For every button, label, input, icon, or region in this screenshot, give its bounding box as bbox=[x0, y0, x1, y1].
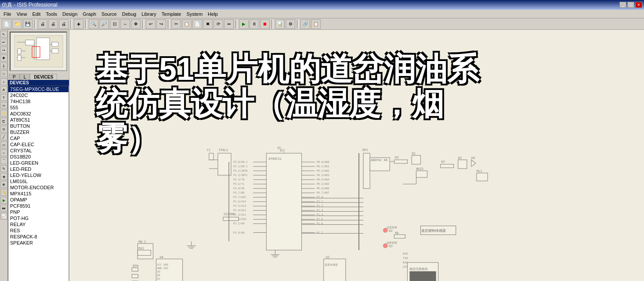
toolbar-copy[interactable]: 📋 bbox=[182, 19, 192, 29]
device-list-item[interactable]: RES bbox=[8, 227, 69, 234]
menu-debug[interactable]: Debug bbox=[119, 11, 139, 18]
device-list-item[interactable]: ADC0832 bbox=[8, 111, 69, 117]
tab-devices[interactable]: DEVICES bbox=[30, 74, 57, 80]
toolbar-zoom-in[interactable]: 🔍 bbox=[89, 19, 98, 29]
device-list-item[interactable]: LM016L bbox=[8, 178, 69, 184]
menu-design[interactable]: Design bbox=[60, 11, 80, 18]
toolbar-print[interactable]: 🖨 bbox=[38, 19, 47, 29]
device-list-item[interactable]: PCF8591 bbox=[8, 203, 69, 209]
toolbar-zoom-pan[interactable]: ✥ bbox=[131, 19, 141, 29]
device-list-item[interactable]: MPX4115 bbox=[8, 191, 69, 197]
toolbar-paste[interactable]: 📄 bbox=[192, 19, 202, 29]
device-list-item[interactable]: LED-GREEN bbox=[8, 160, 69, 166]
lt-select[interactable]: ↖ bbox=[0, 31, 7, 38]
device-list-item[interactable]: MOTOR-ENCODER bbox=[8, 184, 69, 191]
lt-draw-line[interactable]: ╱ bbox=[0, 133, 7, 140]
svg-text:ABEPAC K8: ABEPAC K8 bbox=[371, 158, 387, 162]
toolbar-save[interactable]: 💾 bbox=[23, 19, 33, 29]
device-list[interactable]: 7SEG-MPX8CC-BLUE24C02C74HC138555ADC0832A… bbox=[8, 86, 69, 281]
minimize-button[interactable]: _ bbox=[619, 2, 626, 8]
device-list-item[interactable]: BUZZER bbox=[8, 129, 69, 135]
tab-l[interactable]: L bbox=[20, 74, 30, 80]
lt-component[interactable]: □ bbox=[0, 70, 7, 77]
device-list-item[interactable]: LED-YELLOW bbox=[8, 172, 69, 178]
toolbar-print2[interactable]: 🖨 bbox=[48, 19, 58, 29]
device-list-item[interactable]: LED-RED bbox=[8, 166, 69, 172]
toolbar-redo[interactable]: ↪ bbox=[156, 19, 166, 29]
close-button[interactable]: ✕ bbox=[635, 2, 642, 8]
lt-junction[interactable]: • bbox=[0, 78, 7, 85]
toolbar-cut[interactable]: ✂ bbox=[171, 19, 181, 29]
svg-rect-131 bbox=[132, 274, 138, 278]
toolbar-mirror[interactable]: ⇔ bbox=[224, 19, 234, 29]
menu-tools[interactable]: Tools bbox=[43, 11, 60, 18]
lt-add[interactable]: ✚ bbox=[0, 54, 7, 61]
maximize-button[interactable]: □ bbox=[627, 2, 634, 8]
toolbar-zoom-fit[interactable]: ⊡ bbox=[110, 19, 119, 29]
toolbar-netlist[interactable]: 🔗 bbox=[300, 19, 310, 29]
toolbar-new[interactable]: 📄 bbox=[2, 19, 11, 29]
device-list-item[interactable]: 74HC138 bbox=[8, 98, 69, 104]
device-list-item[interactable]: RELAY bbox=[8, 221, 69, 227]
lt-bus[interactable]: ═ bbox=[0, 102, 7, 109]
canvas-area[interactable]: .wire { stroke: #333; stroke-width: 1; f… bbox=[69, 30, 644, 281]
toolbar-property[interactable]: ⚙ bbox=[286, 19, 295, 29]
thumbnail-preview[interactable] bbox=[10, 32, 67, 71]
menu-system[interactable]: System bbox=[184, 11, 205, 18]
menu-view[interactable]: View bbox=[14, 11, 30, 18]
lt-probe[interactable]: ⊙ bbox=[0, 126, 7, 133]
device-list-item[interactable]: OPAMP bbox=[8, 197, 69, 203]
menu-template[interactable]: Template bbox=[159, 11, 184, 18]
toolbar-stop[interactable]: ⏹ bbox=[260, 19, 270, 29]
lt-text[interactable]: T bbox=[0, 94, 7, 101]
menu-source[interactable]: Source bbox=[99, 11, 119, 18]
toolbar-add-component[interactable]: + bbox=[74, 19, 83, 29]
lt-marker[interactable]: ◈ bbox=[0, 173, 7, 180]
device-list-item[interactable]: PNP bbox=[8, 209, 69, 215]
menu-library[interactable]: Library bbox=[139, 11, 159, 18]
toolbar-delete[interactable]: ✖ bbox=[203, 19, 213, 29]
menu-file[interactable]: File bbox=[1, 11, 14, 18]
device-list-item[interactable]: CAP bbox=[8, 135, 69, 141]
device-list-item[interactable]: SPEAKER bbox=[8, 240, 69, 246]
device-list-item[interactable]: RESPACK-8 bbox=[8, 234, 69, 240]
lt-ruler[interactable]: 📏 bbox=[0, 189, 7, 196]
lt-draw-arc[interactable]: ⌒ bbox=[0, 157, 7, 164]
toolbar-print3[interactable]: 🖨 bbox=[59, 19, 69, 29]
toolbar-pause[interactable]: ⏸ bbox=[250, 19, 259, 29]
lt-wire[interactable]: ┼ bbox=[0, 62, 7, 69]
lt-chart[interactable]: 📈 bbox=[0, 213, 7, 220]
lt-draw-path[interactable]: ✎ bbox=[0, 165, 7, 172]
toolbar-bom[interactable]: 📋 bbox=[311, 19, 321, 29]
lt-label[interactable]: A bbox=[0, 86, 7, 93]
device-list-item[interactable]: 7SEG-MPX8CC-BLUE bbox=[8, 86, 69, 92]
device-list-item[interactable]: DS18B20 bbox=[8, 154, 69, 160]
lt-origin[interactable]: ⊕ bbox=[0, 181, 7, 188]
lt-redo[interactable]: ↪ bbox=[0, 47, 7, 54]
lt-undo[interactable]: ↩ bbox=[0, 39, 7, 46]
tab-p[interactable]: P bbox=[9, 74, 20, 80]
lt-port[interactable]: ⊏ bbox=[0, 118, 7, 125]
menu-help[interactable]: Help bbox=[205, 11, 221, 18]
toolbar-zoom-out[interactable]: 🔎 bbox=[99, 19, 109, 29]
toolbar-open[interactable]: 📁 bbox=[12, 19, 22, 29]
lt-play[interactable]: ▶ bbox=[0, 197, 7, 204]
lt-draw-rect[interactable]: ▭ bbox=[0, 141, 7, 148]
toolbar-rotate[interactable]: ⟳ bbox=[213, 19, 223, 29]
device-list-item[interactable]: POT-HG bbox=[8, 215, 69, 221]
device-list-item[interactable]: 24C02C bbox=[8, 92, 69, 98]
toolbar-run[interactable]: ▶ bbox=[239, 19, 249, 29]
device-list-item[interactable]: CRYSTAL bbox=[8, 148, 69, 154]
lt-step[interactable]: ⏭ bbox=[0, 205, 7, 212]
toolbar-graph[interactable]: 📊 bbox=[275, 19, 285, 29]
menu-edit[interactable]: Edit bbox=[29, 11, 43, 18]
toolbar-zoom-area[interactable]: ↔ bbox=[120, 19, 130, 29]
lt-power[interactable]: ⚡ bbox=[0, 110, 7, 117]
toolbar-undo[interactable]: ↩ bbox=[146, 19, 156, 29]
device-list-item[interactable]: AT89C51 bbox=[8, 117, 69, 123]
device-list-item[interactable]: BUTTON bbox=[8, 123, 69, 129]
menu-graph[interactable]: Graph bbox=[80, 11, 99, 18]
lt-draw-circle[interactable]: ○ bbox=[0, 149, 7, 156]
device-list-item[interactable]: 555 bbox=[8, 104, 69, 111]
device-list-item[interactable]: CAP-ELEC bbox=[8, 141, 69, 148]
